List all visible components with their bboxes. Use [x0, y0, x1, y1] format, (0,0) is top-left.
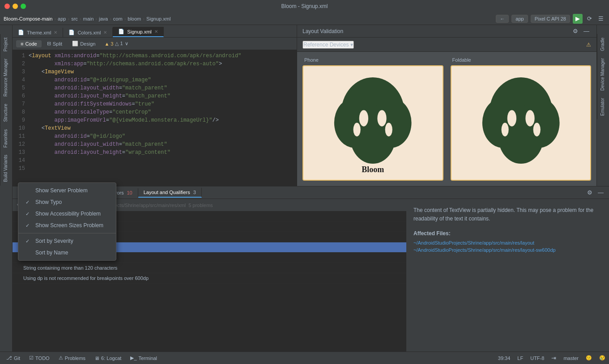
settings-icon[interactable]: ⚙: [571, 27, 580, 35]
phone-monstera-svg: [317, 77, 428, 168]
vcs-branch: master: [563, 356, 579, 361]
maximize-button[interactable]: [21, 4, 26, 9]
tab-colors-xml[interactable]: 📄 Colors.xml ✕: [63, 28, 113, 37]
design-icon: ⬜: [72, 41, 78, 47]
menu-sort-by-name[interactable]: Sort by Name: [18, 247, 116, 258]
app-dropdown[interactable]: app: [511, 15, 528, 23]
terminal-tool[interactable]: ▶_ Terminal: [128, 354, 160, 362]
back-button[interactable]: ←: [496, 15, 509, 23]
affected-file-1[interactable]: ~/AndroidStudioProjects/Shrine/app/src/m…: [413, 247, 602, 253]
window-title: Bloom - Signup.xml: [281, 3, 328, 9]
tab-icon: 📄: [18, 30, 24, 35]
code-editor[interactable]: 12345 678910 1112131415 <layout xmlns:an…: [13, 50, 297, 186]
device-dropdown[interactable]: Pixel C API 28: [531, 15, 570, 23]
right-sidebar-tabs: Gradle Device Manager Emulator: [597, 25, 609, 119]
phone-frame: Bloom: [302, 65, 443, 181]
breadcrumb-src[interactable]: src: [71, 16, 78, 21]
tab-theme-xml[interactable]: 📄 Theme.xml ✕: [13, 28, 63, 37]
sidebar-item-gradle[interactable]: Gradle: [597, 34, 609, 55]
minimize-problems-icon[interactable]: —: [596, 188, 605, 197]
code-view-btn[interactable]: ≡ Code: [16, 40, 42, 47]
menu-show-typo[interactable]: ✓ Show Typo: [18, 196, 116, 208]
problem-item-6[interactable]: Using dp is not recommended for breakpoi…: [13, 273, 406, 284]
layout-validation-title: Layout Validation: [302, 28, 571, 34]
terminal-icon: ▶_: [130, 355, 136, 361]
check-server-problem: [26, 188, 32, 193]
phone-label: Phone: [302, 57, 319, 63]
phone-preview: Phone: [302, 57, 443, 181]
menu-button[interactable]: ☰: [596, 14, 605, 23]
run-button[interactable]: ▶: [573, 14, 583, 24]
close-signup-tab[interactable]: ✕: [154, 29, 158, 34]
context-menu: Show Server Problem ✓ Show Typo ✓ Show A…: [18, 182, 116, 261]
git-tool[interactable]: ⎇ Git: [4, 354, 23, 362]
tab-icon: 📄: [68, 30, 75, 35]
close-colors-tab[interactable]: ✕: [103, 30, 107, 35]
tab-signup-xml[interactable]: 📄 Signup.xml ✕: [113, 27, 163, 37]
bottom-toolbar: ⎇ Git ☑ TODO ⚠ Problems 🖥 6: Logcat ▶_ T…: [0, 351, 609, 364]
menu-label-screen-sizes: Show Screen Sizes Problem: [35, 222, 103, 229]
breadcrumb-com[interactable]: com: [113, 16, 123, 21]
left-sidebar-tabs: Project Resource Manager Structure Favor…: [0, 25, 12, 186]
reference-devices-dropdown[interactable]: Reference Devices ▾: [302, 41, 354, 49]
breadcrumb-project[interactable]: Bloom-Compose-main: [4, 16, 52, 21]
sidebar-item-structure[interactable]: Structure: [0, 100, 12, 126]
breadcrumb-bloom[interactable]: bloom: [128, 16, 141, 21]
design-view-btn[interactable]: ⬜ Design: [68, 40, 100, 47]
check-accessibility: ✓: [26, 211, 32, 217]
sidebar-item-favorites[interactable]: Favorites: [0, 126, 12, 151]
svg-point-15: [501, 123, 508, 136]
sidebar-item-emulator[interactable]: Emulator: [597, 94, 609, 119]
sidebar-item-build-variants[interactable]: Build Variants: [0, 151, 12, 186]
svg-rect-8: [371, 146, 375, 164]
split-view-btn[interactable]: ⊟ Split: [43, 40, 67, 47]
refresh-button[interactable]: ⟳: [585, 14, 594, 23]
editor-tab-bar: 📄 Theme.xml ✕ 📄 Colors.xml ✕ 📄 Signup.xm…: [13, 25, 297, 38]
sidebar-item-resource-manager[interactable]: Resource Manager: [0, 55, 12, 100]
check-typo: ✓: [26, 199, 32, 205]
menu-show-server-problem[interactable]: Show Server Problem: [18, 185, 116, 196]
svg-point-6: [353, 123, 361, 136]
svg-point-14: [525, 110, 534, 127]
sad-emoji-icon: 😢: [599, 355, 605, 361]
todo-tool[interactable]: ☑ TODO: [26, 354, 52, 362]
logcat-tool[interactable]: 🖥 6: Logcat: [92, 355, 124, 362]
problems-tool[interactable]: ⚠ Problems: [56, 354, 88, 362]
warning-count: ▲ 3: [104, 41, 113, 47]
sidebar-item-project[interactable]: Project: [0, 34, 12, 55]
minimize-button[interactable]: [13, 4, 18, 9]
breadcrumb-java[interactable]: java: [99, 16, 108, 21]
menu-show-screen-sizes[interactable]: ✓ Show Screen Sizes Problem: [18, 220, 116, 231]
menu-sort-by-severity[interactable]: ✓ Sort by Severity: [18, 235, 116, 247]
code-text: <layout xmlns:android="http://schemas.an…: [29, 52, 297, 184]
reference-devices-bar: Reference Devices ▾ ⚠: [297, 38, 596, 52]
indent-icon: ⇥: [551, 355, 556, 361]
sidebar-item-device-manager[interactable]: Device Manager: [597, 55, 609, 94]
minimize-panel-icon[interactable]: —: [582, 27, 591, 35]
close-button[interactable]: [4, 4, 10, 9]
tab-layout-qualifiers[interactable]: Layout and Qualifiers 3: [138, 188, 202, 198]
detail-panel: The content of TextView is partially hid…: [406, 199, 609, 351]
layout-qualifiers-badge: 3: [193, 190, 196, 195]
right-sidebar: Gradle Device Manager Emulator: [596, 25, 609, 186]
breadcrumb-app[interactable]: app: [58, 16, 66, 21]
breadcrumb-main[interactable]: main: [83, 16, 94, 21]
menu-label-typo: Show Typo: [35, 199, 62, 205]
menu-show-accessibility[interactable]: ✓ Show Accessibility Problem: [18, 208, 116, 220]
problems-panel-actions: ⚙ —: [585, 188, 605, 197]
close-theme-tab[interactable]: ✕: [54, 30, 57, 35]
editor-area: 📄 Theme.xml ✕ 📄 Colors.xml ✕ 📄 Signup.xm…: [13, 25, 297, 186]
settings-problems-icon[interactable]: ⚙: [585, 188, 594, 197]
todo-icon: ☑: [29, 355, 34, 361]
affected-file-0[interactable]: ~/AndroidStudioProjects/Shrine/app/src/m…: [413, 240, 602, 245]
foldable-preview: Foldable: [451, 57, 592, 181]
chevron-down-icon: ▾: [350, 42, 353, 48]
problem-item-5[interactable]: String containing more than 120 characte…: [13, 263, 406, 273]
phone-bloom-text: Bloom: [362, 165, 384, 174]
foldable-frame: [451, 65, 592, 181]
warnings-badges: ▲ 3 △ 1 ∨: [104, 41, 128, 47]
reference-devices-label: Reference Devices: [303, 42, 349, 48]
check-screen-sizes: ✓: [26, 223, 32, 229]
breadcrumb-file[interactable]: Signup.xml: [146, 16, 170, 21]
editor-view-toolbar: ≡ Code ⊟ Split ⬜ Design ▲ 3: [13, 38, 297, 50]
